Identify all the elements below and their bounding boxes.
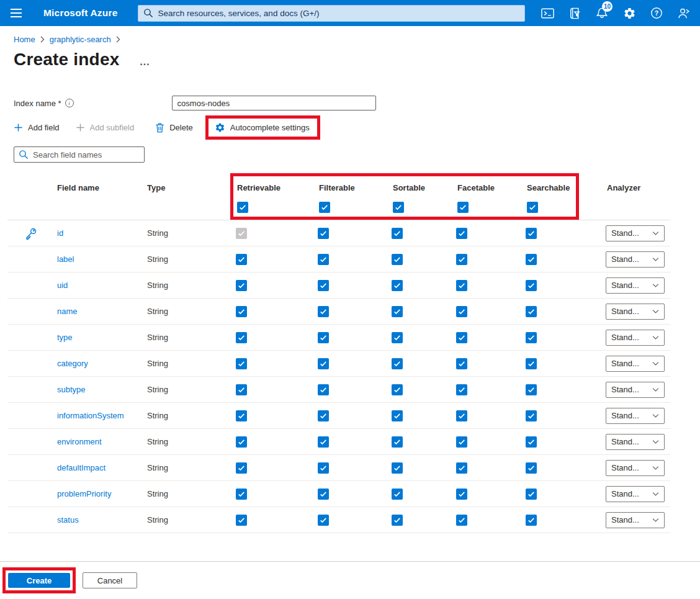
checkbox-sortable[interactable] (392, 515, 403, 526)
settings-gear-icon[interactable] (616, 0, 643, 26)
cancel-button[interactable]: Cancel (83, 572, 137, 588)
analyzer-dropdown[interactable]: Stand... (606, 251, 665, 268)
checkbox-searchable[interactable] (526, 436, 537, 448)
checkbox-retrievable[interactable] (236, 358, 247, 369)
checkbox-facetable[interactable] (456, 489, 467, 500)
checkbox-searchable[interactable] (526, 306, 537, 317)
field-name-link[interactable]: category (56, 359, 88, 368)
checkbox-filterable[interactable] (318, 280, 329, 291)
checkbox-searchable[interactable] (526, 384, 537, 395)
field-name-link[interactable]: problemPriority (56, 489, 111, 498)
checkbox-filterable[interactable] (318, 515, 329, 526)
checkbox-sortable[interactable] (392, 436, 403, 448)
checkbox-sortable[interactable] (392, 410, 403, 421)
field-name-link[interactable]: id (56, 228, 63, 238)
checkbox-searchable[interactable] (526, 280, 537, 291)
breadcrumb-home[interactable]: Home (14, 35, 35, 44)
analyzer-dropdown[interactable]: Stand... (606, 225, 665, 241)
checkbox-filterable[interactable] (318, 306, 329, 317)
checkbox-searchable[interactable] (526, 358, 537, 369)
checkbox-filterable[interactable] (318, 384, 329, 395)
checkbox-sortable[interactable] (392, 280, 403, 291)
index-name-input[interactable] (172, 96, 376, 110)
more-options-button[interactable]: … (139, 56, 150, 68)
checkbox-retrievable[interactable] (236, 515, 247, 526)
cloud-shell-icon[interactable] (534, 0, 561, 26)
checkbox-facetable[interactable] (456, 462, 467, 474)
analyzer-dropdown[interactable]: Stand... (606, 356, 665, 372)
checkbox-sortable[interactable] (392, 384, 403, 395)
field-name-link[interactable]: name (56, 307, 78, 316)
field-name-link[interactable]: informationSystem (56, 411, 124, 420)
checkbox-searchable[interactable] (526, 254, 537, 265)
checkbox-searchable[interactable] (526, 228, 537, 239)
checkbox-filterable[interactable] (318, 436, 329, 448)
checkbox-facetable[interactable] (456, 358, 467, 369)
checkbox-sortable[interactable] (392, 306, 403, 317)
help-icon[interactable]: ? (643, 0, 670, 26)
checkbox-searchable[interactable] (526, 462, 537, 474)
directory-filter-icon[interactable] (561, 0, 588, 26)
checkbox-filterable[interactable] (318, 489, 329, 500)
checkbox-facetable[interactable] (456, 332, 467, 343)
checkbox-sortable[interactable] (392, 332, 403, 343)
header-checkbox-facetable[interactable] (457, 202, 469, 213)
global-search-input[interactable] (138, 5, 525, 22)
checkbox-facetable[interactable] (456, 280, 467, 291)
checkbox-filterable[interactable] (318, 332, 329, 343)
checkbox-retrievable[interactable] (236, 254, 247, 265)
checkbox-facetable[interactable] (456, 410, 467, 421)
analyzer-dropdown[interactable]: Stand... (606, 460, 665, 476)
header-checkbox-retrievable[interactable] (237, 202, 248, 213)
checkbox-facetable[interactable] (456, 254, 467, 265)
create-button[interactable]: Create (8, 573, 70, 588)
checkbox-filterable[interactable] (318, 358, 329, 369)
checkbox-searchable[interactable] (526, 515, 537, 526)
checkbox-sortable[interactable] (392, 254, 403, 265)
autocomplete-settings-button[interactable]: Autocomplete settings (215, 122, 310, 133)
field-name-link[interactable]: defaultImpact (56, 463, 105, 472)
checkbox-filterable[interactable] (318, 410, 329, 421)
checkbox-retrievable[interactable] (236, 462, 247, 474)
checkbox-searchable[interactable] (526, 332, 537, 343)
analyzer-dropdown[interactable]: Stand... (606, 277, 665, 294)
checkbox-facetable[interactable] (456, 384, 467, 395)
analyzer-dropdown[interactable]: Stand... (606, 512, 665, 528)
delete-button[interactable]: Delete (155, 122, 193, 133)
breadcrumb-resource[interactable]: graphlytic-search (50, 35, 111, 44)
field-name-link[interactable]: type (56, 333, 73, 342)
checkbox-filterable[interactable] (318, 254, 329, 265)
feedback-icon[interactable] (670, 0, 698, 26)
checkbox-sortable[interactable] (392, 462, 403, 474)
checkbox-sortable[interactable] (392, 228, 403, 239)
analyzer-dropdown[interactable]: Stand... (606, 330, 665, 346)
checkbox-retrievable[interactable] (236, 280, 247, 291)
field-name-link[interactable]: label (56, 254, 74, 264)
field-name-link[interactable]: environment (56, 437, 102, 446)
analyzer-dropdown[interactable]: Stand... (606, 434, 665, 450)
checkbox-sortable[interactable] (392, 358, 403, 369)
analyzer-dropdown[interactable]: Stand... (606, 382, 665, 398)
analyzer-dropdown[interactable]: Stand... (606, 408, 665, 424)
checkbox-facetable[interactable] (456, 306, 467, 317)
checkbox-facetable[interactable] (456, 436, 467, 448)
checkbox-filterable[interactable] (318, 228, 329, 239)
analyzer-dropdown[interactable]: Stand... (606, 304, 665, 320)
info-icon[interactable]: i (65, 99, 74, 107)
checkbox-searchable[interactable] (526, 489, 537, 500)
checkbox-facetable[interactable] (456, 228, 467, 239)
field-name-link[interactable]: subtype (56, 385, 86, 394)
field-name-link[interactable]: uid (56, 281, 68, 290)
checkbox-retrievable[interactable] (236, 332, 247, 343)
checkbox-retrievable[interactable] (236, 384, 247, 395)
checkbox-retrievable[interactable] (236, 410, 247, 421)
azure-brand[interactable]: Microsoft Azure (43, 7, 118, 19)
checkbox-facetable[interactable] (456, 515, 467, 526)
header-checkbox-searchable[interactable] (527, 202, 538, 213)
header-checkbox-sortable[interactable] (393, 202, 404, 213)
checkbox-filterable[interactable] (318, 462, 329, 474)
hamburger-icon[interactable] (0, 0, 32, 26)
header-checkbox-filterable[interactable] (319, 202, 330, 213)
analyzer-dropdown[interactable]: Stand... (606, 486, 665, 502)
notifications-bell-icon[interactable]: 10 (588, 0, 616, 26)
